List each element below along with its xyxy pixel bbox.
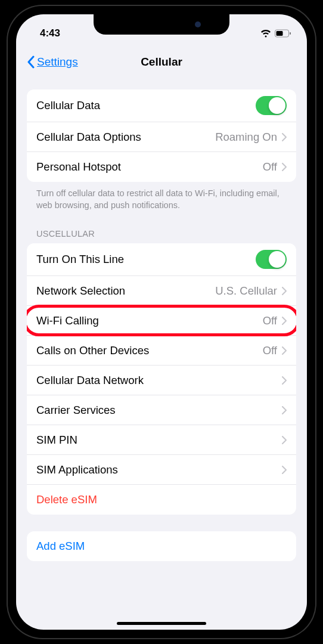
add-esim-group: Add eSIM	[27, 531, 296, 561]
row-label: Wi-Fi Calling	[36, 314, 263, 327]
group-footer-text: Turn off cellular data to restrict all d…	[27, 182, 296, 211]
sim-applications-row[interactable]: SIM Applications	[27, 455, 296, 485]
row-label: Cellular Data	[36, 99, 256, 112]
sim-pin-row[interactable]: SIM PIN	[27, 425, 296, 455]
cellular-data-group: Cellular Data Cellular Data Options Roam…	[27, 89, 296, 182]
chevron-right-icon	[282, 466, 287, 474]
chevron-left-icon	[27, 55, 35, 69]
chevron-right-icon	[282, 163, 287, 171]
network-selection-row[interactable]: Network Selection U.S. Cellular	[27, 276, 296, 306]
carrier-services-row[interactable]: Carrier Services	[27, 395, 296, 425]
row-label: SIM Applications	[36, 463, 282, 476]
row-label: SIM PIN	[36, 434, 282, 447]
wifi-calling-row[interactable]: Wi-Fi Calling Off	[27, 306, 296, 336]
status-time: 4:43	[40, 27, 60, 39]
delete-esim-row[interactable]: Delete eSIM	[27, 485, 296, 515]
chevron-right-icon	[282, 317, 287, 325]
chevron-right-icon	[282, 406, 287, 414]
svg-rect-1	[277, 31, 283, 36]
row-value: Off	[263, 344, 277, 357]
carrier-group: Turn On This Line Network Selection U.S.…	[27, 243, 296, 515]
row-label: Add eSIM	[36, 540, 287, 553]
turn-on-line-row[interactable]: Turn On This Line	[27, 243, 296, 276]
status-icons	[260, 29, 291, 38]
row-value: Roaming On	[215, 131, 277, 144]
chevron-right-icon	[282, 376, 287, 385]
row-label: Delete eSIM	[36, 493, 287, 506]
cellular-data-network-row[interactable]: Cellular Data Network	[27, 366, 296, 395]
row-value: U.S. Cellular	[215, 284, 277, 298]
notch	[94, 14, 229, 35]
row-value: Off	[263, 160, 277, 174]
carrier-header: USCELLULAR	[27, 211, 296, 243]
back-label: Settings	[37, 55, 78, 69]
cellular-data-options-row[interactable]: Cellular Data Options Roaming On	[27, 122, 296, 152]
iphone-frame: 4:43 Settings Cellular	[8, 6, 315, 638]
cellular-data-row[interactable]: Cellular Data	[27, 89, 296, 122]
home-indicator[interactable]	[117, 622, 206, 625]
add-esim-row[interactable]: Add eSIM	[27, 531, 296, 561]
battery-icon	[275, 29, 291, 38]
nav-bar: Settings Cellular	[16, 48, 307, 76]
row-value: Off	[263, 314, 277, 327]
row-label: Cellular Data Options	[36, 131, 215, 144]
back-button[interactable]: Settings	[27, 55, 78, 69]
personal-hotspot-row[interactable]: Personal Hotspot Off	[27, 152, 296, 182]
content-area[interactable]: Cellular Data Cellular Data Options Roam…	[16, 76, 307, 626]
chevron-right-icon	[282, 346, 287, 355]
cellular-data-toggle[interactable]	[256, 96, 287, 115]
chevron-right-icon	[282, 287, 287, 295]
chevron-right-icon	[282, 133, 287, 141]
screen: 4:43 Settings Cellular	[16, 14, 307, 630]
row-label: Turn On This Line	[36, 253, 256, 266]
row-label: Cellular Data Network	[36, 374, 282, 387]
row-label: Carrier Services	[36, 404, 282, 417]
svg-rect-2	[290, 32, 291, 35]
calls-other-devices-row[interactable]: Calls on Other Devices Off	[27, 336, 296, 366]
line-toggle[interactable]	[256, 250, 287, 269]
row-label: Calls on Other Devices	[36, 344, 263, 357]
page-title: Cellular	[141, 55, 182, 69]
row-label: Personal Hotspot	[36, 160, 263, 174]
wifi-icon	[260, 29, 271, 38]
chevron-right-icon	[282, 436, 287, 444]
row-label: Network Selection	[36, 284, 215, 298]
